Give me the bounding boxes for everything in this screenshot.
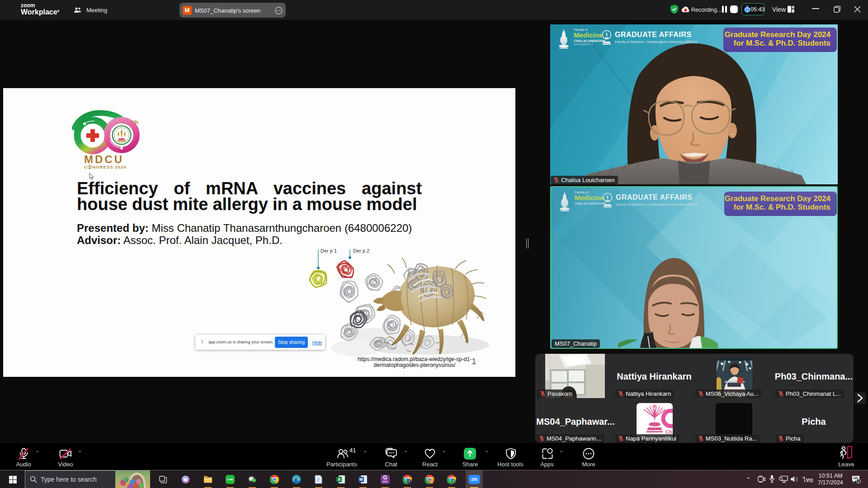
- svg-text:Der p 1: Der p 1: [321, 248, 337, 253]
- svg-text:2: 2: [858, 479, 860, 483]
- svg-text:P: P: [453, 480, 455, 483]
- svg-text:Der p 2: Der p 2: [353, 248, 369, 253]
- svg-text:CⓈNGRESS 2024: CⓈNGRESS 2024: [84, 164, 126, 169]
- svg-text:MDCU: MDCU: [84, 153, 124, 165]
- svg-text:th: th: [133, 119, 138, 126]
- svg-text:T: T: [408, 480, 410, 483]
- svg-text:M: M: [430, 480, 433, 483]
